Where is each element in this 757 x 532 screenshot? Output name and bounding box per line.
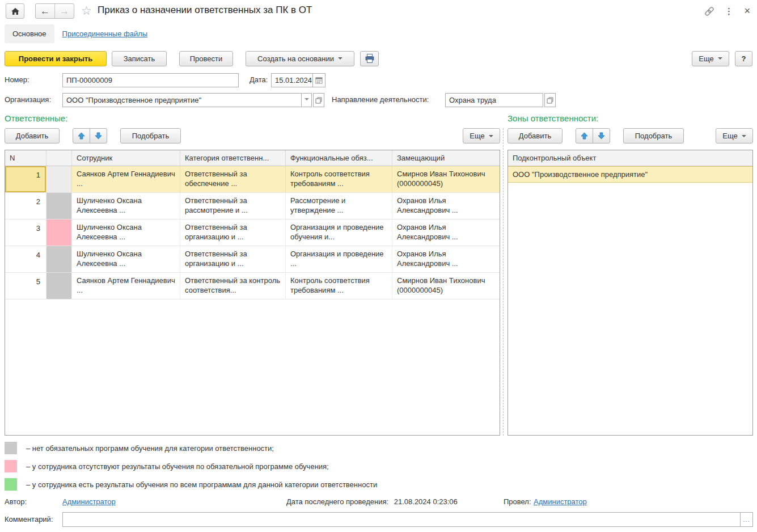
organization-dropdown-button[interactable]: [301, 94, 311, 107]
move-down-button[interactable]: [90, 128, 107, 143]
open-form-icon: [315, 97, 322, 104]
activity-open-button[interactable]: [544, 93, 556, 107]
cell-row-number[interactable]: 4: [5, 246, 46, 272]
marker-swatch: [46, 193, 71, 219]
organization-field[interactable]: ООО "Производственное предприятие": [62, 93, 312, 107]
legend-item-pink: – у сотрудника отсутствуют результаты об…: [5, 460, 329, 472]
form-more-button[interactable]: Еще: [692, 51, 729, 66]
zones-add-button[interactable]: Добавить: [508, 128, 563, 143]
zones-table[interactable]: Подконтрольный объект ООО "Производствен…: [508, 150, 753, 436]
cell-substitute[interactable]: Смирнов Иван Тихонович (0000000045): [392, 273, 500, 299]
cell-duties[interactable]: Организация и проведение обучения и...: [286, 219, 392, 246]
responsible-more-button[interactable]: Еще: [463, 128, 500, 143]
cell-category[interactable]: Ответственный за организацию и ...: [180, 219, 286, 246]
create-based-on-button[interactable]: Создать на основании: [246, 51, 354, 66]
responsible-table-row[interactable]: 1Саянков Артем Геннадиевич ...Ответствен…: [5, 166, 500, 193]
responsible-pick-button[interactable]: Подобрать: [120, 128, 181, 143]
number-field[interactable]: ПП-00000009: [62, 73, 239, 87]
organization-open-button[interactable]: [313, 93, 324, 107]
cell-training-marker[interactable]: [46, 193, 72, 219]
organization-label: Организация:: [5, 95, 51, 104]
cell-row-number[interactable]: 3: [5, 219, 46, 246]
column-header-object[interactable]: Подконтрольный объект: [508, 150, 752, 166]
cell-substitute[interactable]: Охранов Илья Александрович ...: [392, 219, 500, 246]
move-up-button[interactable]: [576, 128, 593, 143]
tab-main[interactable]: Основное: [5, 24, 54, 43]
cell-row-number[interactable]: 5: [5, 273, 46, 299]
more-menu-icon[interactable]: ⋮: [725, 6, 733, 16]
column-header-substitute[interactable]: Замещающий: [392, 150, 500, 166]
forward-button[interactable]: →: [55, 4, 74, 18]
form-tabs: Основное Присоединенные файлы: [5, 24, 147, 43]
cell-training-marker[interactable]: [46, 219, 72, 246]
close-icon[interactable]: ×: [744, 5, 750, 17]
cell-duties[interactable]: Организация и проведение ...: [286, 246, 392, 272]
responsible-toolbar: Добавить Подобрать Еще: [5, 128, 500, 143]
cell-training-marker[interactable]: [46, 166, 72, 192]
cell-category[interactable]: Ответственный за рассмотрение и ...: [180, 193, 286, 219]
cell-category[interactable]: Ответственный за обеспечение ...: [180, 166, 286, 192]
responsible-table-row[interactable]: 5Саянков Артем Геннадиевич ...Ответствен…: [5, 273, 500, 299]
responsible-table-row[interactable]: 3Шуличенко Оксана Алексеевна ...Ответств…: [5, 219, 500, 246]
panel-splitter[interactable]: [503, 128, 504, 436]
cell-employee[interactable]: Шуличенко Оксана Алексеевна ...: [72, 219, 180, 246]
cell-employee[interactable]: Шуличенко Оксана Алексеевна ...: [72, 193, 180, 219]
post-button[interactable]: Провести: [179, 51, 233, 66]
move-down-button[interactable]: [593, 128, 610, 143]
responsible-table-row[interactable]: 2Шуличенко Оксана Алексеевна ...Ответств…: [5, 193, 500, 219]
forward-icon: →: [60, 6, 69, 17]
posted-by-link[interactable]: Администратор: [534, 497, 587, 506]
cell-employee[interactable]: Саянков Артем Геннадиевич ...: [72, 166, 180, 192]
column-header-category[interactable]: Категория ответственн...: [180, 150, 286, 166]
chevron-down-icon: [742, 135, 746, 140]
responsible-table[interactable]: N Сотрудник Категория ответственн... Фун…: [5, 150, 500, 436]
date-picker-button[interactable]: [312, 74, 325, 87]
home-button[interactable]: [6, 3, 24, 19]
cell-training-marker[interactable]: [46, 246, 72, 272]
cell-substitute[interactable]: Охранов Илья Александрович ...: [392, 246, 500, 272]
get-link-button[interactable]: [704, 6, 715, 17]
post-and-close-button[interactable]: Провести и закрыть: [5, 51, 107, 66]
column-header-n[interactable]: N: [5, 150, 46, 166]
back-button[interactable]: ←: [36, 4, 55, 18]
zones-table-row[interactable]: ООО "Производственное предприятие": [508, 166, 752, 183]
comment-ellipsis-button[interactable]: ...: [740, 513, 752, 526]
legend-item-green: – у сотрудника есть результаты обучения …: [5, 478, 377, 491]
help-button[interactable]: ?: [735, 51, 752, 66]
column-header-employee[interactable]: Сотрудник: [72, 150, 180, 166]
cell-employee[interactable]: Шуличенко Оксана Алексеевна ...: [72, 246, 180, 272]
favorite-star-icon[interactable]: ☆: [81, 4, 92, 18]
cell-row-number[interactable]: 1: [5, 166, 46, 192]
print-button[interactable]: [360, 51, 379, 66]
column-header-duties[interactable]: Функциональные обяз...: [286, 150, 392, 166]
tab-attached-files[interactable]: Присоединенные файлы: [62, 29, 148, 38]
cell-substitute[interactable]: Охранов Илья Александрович ...: [392, 193, 500, 219]
cell-duties[interactable]: Рассмотрение и утверждение ...: [286, 193, 392, 219]
write-button[interactable]: Записать: [112, 51, 167, 66]
cell-duties[interactable]: Контроль соответствия требованиям ...: [286, 166, 392, 192]
link-icon: [704, 6, 715, 17]
cell-row-number[interactable]: 2: [5, 193, 46, 219]
cell-duties[interactable]: Контроль соответствия требованиям ...: [286, 273, 392, 299]
cell-training-marker[interactable]: [46, 273, 72, 299]
cell-category[interactable]: Ответственный за организацию и ...: [180, 246, 286, 272]
legend-pink-swatch: [5, 460, 17, 472]
zones-pick-button[interactable]: Подобрать: [623, 128, 684, 143]
responsible-table-row[interactable]: 4Шуличенко Оксана Алексеевна ...Ответств…: [5, 246, 500, 273]
order-form-window: ← → ☆ Приказ о назначении ответственных …: [0, 0, 757, 532]
column-header-marker[interactable]: [46, 150, 72, 166]
cell-substitute[interactable]: Смирнов Иван Тихонович (0000000045): [392, 166, 500, 192]
legend-gray-text: – нет обязательных программ обучения для…: [26, 444, 274, 453]
responsible-move-buttons: [73, 128, 107, 143]
field-row-number: Номер: ПП-00000009 Дата: 15.01.2024: [5, 73, 752, 87]
move-up-button[interactable]: [73, 128, 90, 143]
date-field[interactable]: 15.01.2024: [271, 73, 325, 87]
responsible-add-button[interactable]: Добавить: [5, 128, 60, 143]
author-link[interactable]: Администратор: [62, 497, 116, 506]
cell-employee[interactable]: Саянков Артем Геннадиевич ...: [72, 273, 180, 299]
activity-field[interactable]: Охрана труда: [445, 93, 543, 107]
comment-input[interactable]: [63, 513, 740, 526]
zones-more-button[interactable]: Еще: [716, 128, 753, 143]
zones-group-title: Зоны ответственности:: [508, 113, 598, 123]
cell-category[interactable]: Ответственный за контроль соответствия..…: [180, 273, 286, 299]
